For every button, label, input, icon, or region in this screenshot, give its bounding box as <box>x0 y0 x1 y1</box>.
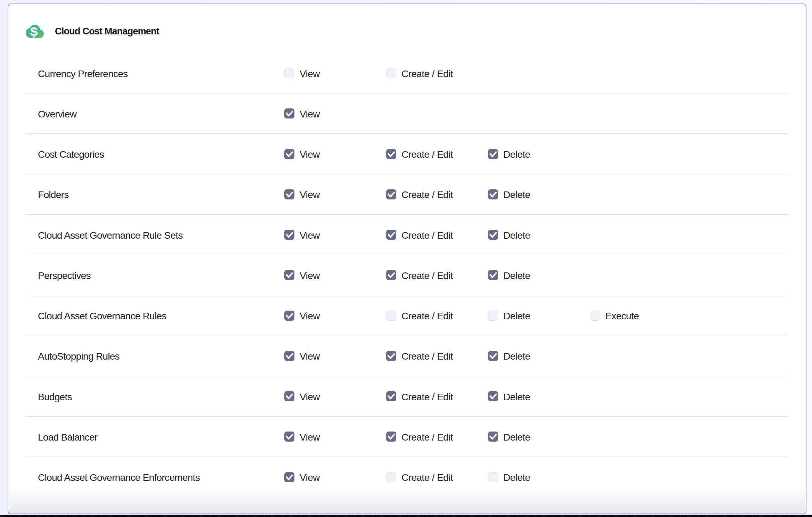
svg-text:$: $ <box>30 25 38 39</box>
